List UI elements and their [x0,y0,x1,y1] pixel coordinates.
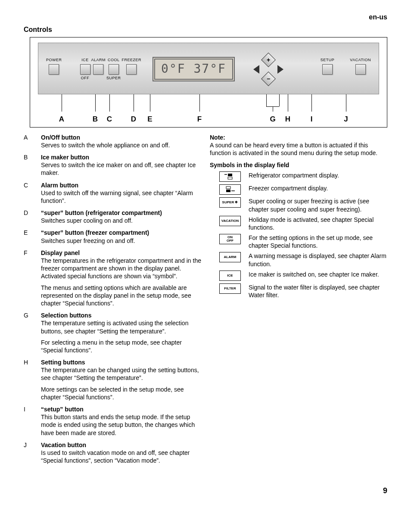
symbol-icon: ONOFF [219,234,241,244]
vacation-button[interactable] [355,64,366,75]
left-arrow-button[interactable] [253,65,259,74]
callout-letter: A [59,115,64,124]
legend-text: This button starts and ends the setup mo… [41,413,201,437]
page-number: 9 [24,486,387,496]
legend-text: The temperature can be changed using the… [41,366,201,382]
symbol-text: A warning message is displayed, see chap… [249,252,387,268]
legend-text: More settings can be selected in the set… [41,386,201,401]
symbol-text: Holiday mode is activated, see chapter S… [249,216,387,231]
control-panel: POWER ICE OFF ALARM COOL SUPER FREEZER [38,43,379,94]
legend-text: Serves to switch the whole appliance on … [41,141,201,149]
temperature-display: 0°F 37°F [153,57,235,81]
legend-text: Is used to switch vacation mode on and o… [41,449,201,464]
legend-title: Selection buttons [41,311,201,319]
callout-letter: H [285,115,290,124]
legend-text: The temperatures in the refrigerator com… [41,257,201,280]
legend-title: “setup” button [41,405,201,413]
note-heading: Note: [210,134,387,141]
setup-button[interactable] [322,64,333,75]
freezer-super-button[interactable] [126,64,137,75]
symbol-text: Refrigerator compartment display. [249,171,387,179]
legend-text: Switches super cooling on and off. [41,217,201,224]
legend-item: BIce maker buttonServes to switch the ic… [24,153,201,180]
symbol-row: ONOFFFor the setting options in the set … [210,234,387,249]
cool-super-button[interactable] [109,64,119,75]
symbol-icon: ALARM [219,252,241,262]
legend-title: Setting buttons [41,358,201,366]
svg-rect-3 [226,190,230,192]
symbol-icon: FILTER [219,283,241,294]
symbol-text: Super cooling or super freezing is activ… [249,197,387,213]
legend-letter: D [24,209,41,228]
power-button[interactable] [49,64,59,75]
legend-text: The menus and setting options which are … [41,284,201,308]
legend-text: Switches super freezing on and off. [41,237,201,245]
symbol-row: ICEIce maker is switched on, see chapter… [210,271,387,281]
legend-letter: A [24,134,41,152]
legend-letter: H [24,358,41,404]
btn-label: FREEZER [122,58,142,63]
callout-letter: G [270,115,275,124]
legend-text: The temperature setting is activated usi… [41,319,201,335]
legend-item: FDisplay panelThe temperatures in the re… [24,249,201,311]
symbol-row: VACATIONHoliday mode is activated, see c… [210,216,387,231]
legend-text: Serves to switch the ice maker on and of… [41,161,201,177]
symbol-text: For the setting options in the set up mo… [249,234,387,249]
btn-label: ALARM [91,58,106,63]
btn-label: COOL [108,58,120,63]
legend-title: On/Off button [41,134,201,141]
svg-rect-1 [228,177,232,179]
callout-letter: C [107,115,112,124]
symbol-text: Freezer compartment display. [249,184,387,192]
callout-letter: D [131,115,136,124]
legend-text: Used to switch off the warning signal, s… [41,189,201,205]
legend-item: JVacation buttonIs used to switch vacati… [24,441,201,468]
symbol-text: Ice maker is switched on, see chapter Ic… [249,271,387,278]
callout-letter: E [147,115,152,124]
symbols-heading: Symbols in the display field [210,161,387,169]
legend-letter: C [24,181,41,208]
alarm-button[interactable] [93,64,103,75]
legend-letter: J [24,441,41,468]
legend-title: Alarm button [41,181,201,189]
legend-title: Ice maker button [41,153,201,161]
legend-item: I“setup” buttonThis button starts and en… [24,405,201,440]
ice-button[interactable] [80,64,90,75]
symbol-icon: ICE [219,271,241,281]
symbol-icon: VACATION [219,216,241,226]
minus-button[interactable]: − [261,72,276,86]
callout-letter: J [344,115,348,124]
notes-column: Note: A sound can be heard every time a … [210,134,387,469]
svg-rect-0 [228,174,232,176]
symbol-row: Refrigerator compartment display. [210,171,387,182]
symbol-row: FILTERSignal to the water filter is disp… [210,283,387,299]
symbol-row: ALARMA warning message is displayed, see… [210,252,387,268]
btn-label: VACATION [350,58,371,63]
legend-title: Vacation button [41,441,201,449]
callout-letter: B [93,115,98,124]
symbol-icon [219,184,241,195]
right-arrow-button[interactable] [277,65,283,74]
legend-title: “super” button (freezer compartment) [41,229,201,236]
btn-label: OFF [81,76,90,81]
btn-label: SETUP [321,58,335,63]
symbol-icon: SUPER ❄ [219,197,241,208]
btn-label: SUPER [106,76,121,81]
symbol-text: Signal to the water filter is displayed,… [249,283,387,299]
legend-letter: E [24,229,41,248]
legend-item: AOn/Off buttonServes to switch the whole… [24,134,201,152]
legend-title: “super” button (refrigerator compartment… [41,209,201,217]
callout-letter: F [197,115,202,124]
svg-rect-2 [226,187,230,189]
legend-letter: G [24,311,41,358]
arrow-pad: + − [250,55,286,84]
locale-label: en-us [24,13,387,22]
symbol-row: Freezer compartment display. [210,184,387,195]
plus-button[interactable]: + [261,53,276,67]
legend-item: E“super” button (freezer compartment)Swi… [24,229,201,248]
legend-letter: I [24,405,41,440]
symbol-icon [219,171,241,182]
controls-figure: POWER ICE OFF ALARM COOL SUPER FREEZER [30,37,387,128]
legend-letter: B [24,153,41,180]
section-heading: Controls [24,25,387,34]
